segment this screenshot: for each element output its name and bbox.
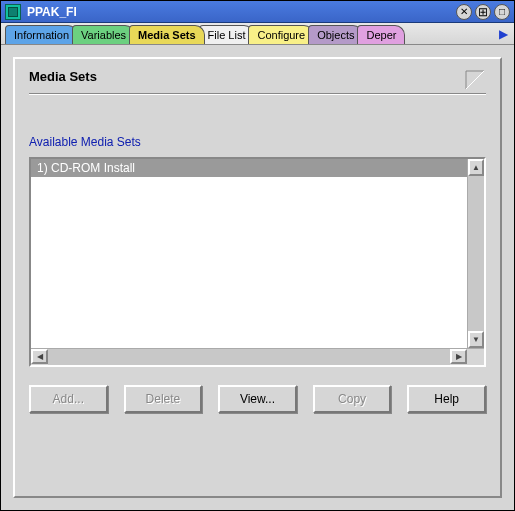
scroll-right-icon[interactable]: ▶ — [450, 349, 467, 364]
scroll-up-icon[interactable]: ▲ — [468, 159, 484, 176]
scroll-corner — [467, 349, 484, 365]
minimize-icon[interactable]: ⊞ — [475, 4, 491, 20]
app-icon — [5, 4, 21, 20]
tab-variables[interactable]: Variables — [72, 25, 135, 44]
content-area: Media Sets Available Media Sets 1) CD-RO… — [1, 45, 514, 510]
app-window: PPAK_FI ✕ ⊞ □ Information Variables Medi… — [0, 0, 515, 511]
titlebar: PPAK_FI ✕ ⊞ □ — [1, 1, 514, 23]
media-sets-listbox[interactable]: 1) CD-ROM Install ▲ ▼ ◀ ▶ — [29, 157, 486, 367]
scroll-down-icon[interactable]: ▼ — [468, 331, 484, 348]
listbox-content: 1) CD-ROM Install — [31, 159, 467, 348]
scroll-left-icon[interactable]: ◀ — [31, 349, 48, 364]
tab-file-list[interactable]: File List — [199, 25, 255, 44]
page-curl-icon[interactable] — [464, 69, 486, 91]
window-controls: ✕ ⊞ □ — [456, 4, 510, 20]
scroll-track-h[interactable] — [48, 349, 450, 365]
button-row: Add... Delete View... Copy Help — [29, 385, 486, 413]
scroll-track[interactable] — [468, 176, 484, 331]
maximize-icon[interactable]: □ — [494, 4, 510, 20]
list-item[interactable]: 1) CD-ROM Install — [31, 159, 467, 177]
add-button[interactable]: Add... — [29, 385, 108, 413]
vertical-scrollbar[interactable]: ▲ ▼ — [467, 159, 484, 348]
tab-strip: Information Variables Media Sets File Li… — [1, 23, 514, 45]
copy-button[interactable]: Copy — [313, 385, 392, 413]
delete-button[interactable]: Delete — [124, 385, 203, 413]
divider — [29, 93, 486, 95]
horizontal-scrollbar[interactable]: ◀ ▶ — [31, 348, 484, 365]
help-button[interactable]: Help — [407, 385, 486, 413]
tab-scroll-right-icon[interactable]: ▶ — [494, 25, 512, 43]
panel-title: Media Sets — [29, 69, 97, 84]
window-title: PPAK_FI — [25, 5, 456, 19]
tab-configure[interactable]: Configure — [248, 25, 314, 44]
tab-objects[interactable]: Objects — [308, 25, 363, 44]
tab-media-sets[interactable]: Media Sets — [129, 25, 204, 45]
close-icon[interactable]: ✕ — [456, 4, 472, 20]
view-button[interactable]: View... — [218, 385, 297, 413]
tab-dependencies[interactable]: Deper — [357, 25, 405, 44]
tab-information[interactable]: Information — [5, 25, 78, 44]
section-label-available: Available Media Sets — [29, 135, 486, 149]
panel-media-sets: Media Sets Available Media Sets 1) CD-RO… — [13, 57, 502, 498]
